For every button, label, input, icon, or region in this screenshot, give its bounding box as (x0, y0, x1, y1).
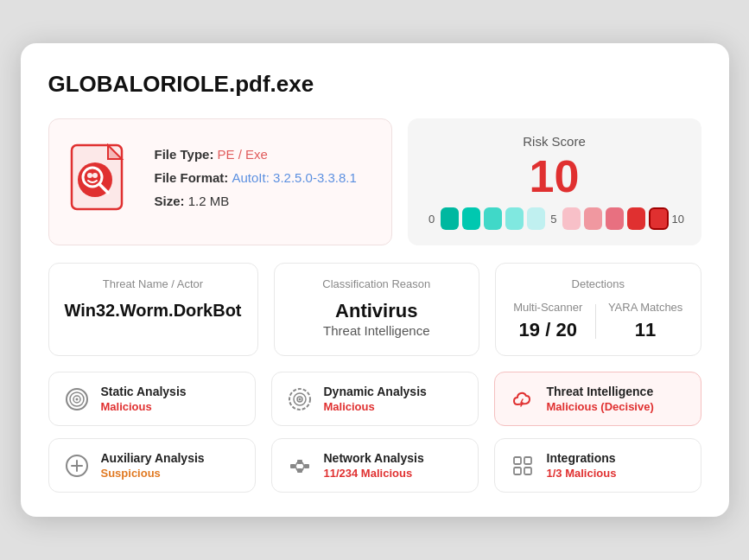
risk-bar-end: 10 (672, 213, 682, 226)
risk-seg-6 (562, 207, 581, 230)
svg-rect-26 (524, 457, 531, 464)
detections-content: Multi-Scanner 19 / 20 YARA Matches 11 (511, 301, 684, 341)
multi-scanner-value: 19 / 20 (513, 319, 582, 341)
risk-seg-2 (462, 207, 480, 230)
file-icon (68, 143, 137, 221)
analysis-row-1: Static Analysis Malicious Dynamic Analys… (48, 372, 701, 426)
target-icon (63, 385, 91, 413)
detections-box: Detections Multi-Scanner 19 / 20 YARA Ma… (495, 263, 701, 356)
file-format-row: File Format: AutoIt: 3.2.5.0-3.3.8.1 (155, 170, 372, 185)
dynamic-analysis-title: Dynamic Analysis (324, 385, 427, 398)
file-size-row: Size: 1.2 MB (155, 194, 372, 208)
svg-rect-25 (514, 457, 521, 464)
risk-seg-9 (627, 207, 645, 230)
classification-content: Antivirus Threat Intelligence (290, 301, 463, 338)
threat-name-box: Threat Name / Actor Win32.Worm.DorkBot (48, 263, 258, 356)
yara-label: YARA Matches (608, 301, 682, 314)
static-analysis-title: Static Analysis (101, 385, 187, 398)
static-analysis-content: Static Analysis Malicious (101, 385, 187, 413)
integrations-content: Integrations 1/3 Malicious (547, 451, 617, 480)
threat-intel-status: Malicious (Decisive) (547, 400, 654, 413)
svg-rect-28 (524, 468, 531, 474)
threat-intel-title: Threat Intelligence (547, 385, 654, 398)
page-title: GLOBALORIOLE.pdf.exe (48, 71, 701, 98)
file-details: File Type: PE / Exe File Format: AutoIt:… (155, 147, 372, 217)
threat-intel-content: Threat Intelligence Malicious (Decisive) (547, 385, 654, 413)
auxiliary-analysis-status: Suspicious (101, 467, 205, 480)
dynamic-analysis-content: Dynamic Analysis Malicious (324, 385, 427, 413)
integrations-card[interactable]: Integrations 1/3 Malicious (494, 438, 701, 493)
file-info-card: File Type: PE / Exe File Format: AutoIt:… (48, 118, 392, 245)
cloud-icon (509, 385, 536, 413)
svg-line-21 (295, 462, 297, 467)
file-type-value[interactable]: PE / Exe (218, 147, 268, 162)
classification-box: Classification Reason Antivirus Threat I… (274, 263, 479, 356)
analysis-row-2: Auxiliary Analysis Suspicious (48, 438, 701, 493)
dynamic-analysis-status: Malicious (324, 400, 427, 413)
risk-seg-7 (584, 207, 602, 230)
multi-scanner-label: Multi-Scanner (513, 301, 582, 314)
yara-value: 11 (608, 319, 682, 341)
top-section: File Type: PE / Exe File Format: AutoIt:… (48, 118, 701, 245)
risk-seg-5 (527, 207, 545, 230)
risk-bar-start: 0 (427, 213, 437, 226)
file-format-value[interactable]: AutoIt: 3.2.5.0-3.3.8.1 (232, 170, 357, 185)
svg-rect-20 (304, 464, 309, 468)
yara-item: YARA Matches 11 (608, 301, 682, 341)
detections-divider (595, 304, 596, 339)
multi-scanner-item: Multi-Scanner 19 / 20 (513, 301, 582, 341)
network-icon (286, 452, 314, 480)
svg-point-9 (75, 398, 78, 400)
svg-rect-27 (514, 468, 521, 474)
risk-seg-1 (441, 207, 459, 230)
static-analysis-card[interactable]: Static Analysis Malicious (48, 372, 256, 426)
file-size-value: 1.2 MB (188, 194, 230, 208)
plus-circle-icon (63, 452, 91, 480)
threat-name-value: Win32.Worm.DorkBot (65, 301, 242, 321)
dynamic-analysis-card[interactable]: Dynamic Analysis Malicious (271, 372, 479, 426)
risk-seg-4 (505, 207, 524, 230)
svg-point-13 (298, 398, 301, 400)
svg-rect-19 (297, 468, 302, 473)
risk-seg-3 (484, 207, 502, 230)
risk-bar-mid: 5 (549, 213, 559, 226)
classification-sub: Threat Intelligence (290, 323, 463, 338)
static-analysis-status: Malicious (101, 400, 187, 413)
risk-label: Risk Score (523, 134, 586, 149)
threat-intel-card[interactable]: Threat Intelligence Malicious (Decisive) (494, 372, 701, 426)
risk-bar: 0 5 10 (427, 207, 682, 230)
svg-point-4 (87, 173, 92, 178)
network-analysis-status: 11/234 Malicious (324, 467, 424, 480)
file-type-row: File Type: PE / Exe (155, 147, 372, 162)
svg-point-5 (92, 173, 98, 178)
network-analysis-card[interactable]: Network Analysis 11/234 Malicious (271, 438, 479, 493)
risk-score-value: 10 (530, 154, 580, 199)
risk-seg-10 (649, 207, 668, 230)
threat-box-title: Threat Name / Actor (65, 277, 242, 290)
mid-section: Threat Name / Actor Win32.Worm.DorkBot C… (48, 263, 701, 356)
svg-rect-18 (297, 460, 302, 464)
classification-main: Antivirus (290, 301, 463, 321)
classification-box-title: Classification Reason (290, 277, 463, 290)
main-card: GLOBALORIOLE.pdf.exe (21, 43, 729, 517)
auxiliary-analysis-card[interactable]: Auxiliary Analysis Suspicious (48, 438, 256, 493)
integrations-title: Integrations (547, 451, 617, 465)
auxiliary-analysis-title: Auxiliary Analysis (101, 451, 205, 465)
auxiliary-analysis-content: Auxiliary Analysis Suspicious (101, 451, 205, 480)
svg-line-24 (302, 466, 304, 470)
svg-line-23 (302, 462, 304, 467)
network-analysis-content: Network Analysis 11/234 Malicious (324, 451, 424, 480)
svg-rect-17 (290, 464, 295, 468)
detections-box-title: Detections (511, 277, 684, 290)
grid-icon (509, 452, 536, 480)
dynamic-target-icon (286, 385, 314, 413)
integrations-status: 1/3 Malicious (547, 467, 617, 480)
risk-score-card: Risk Score 10 0 5 10 (408, 118, 701, 245)
network-analysis-title: Network Analysis (324, 451, 424, 465)
risk-seg-8 (606, 207, 624, 230)
analysis-section: Static Analysis Malicious Dynamic Analys… (48, 372, 701, 493)
svg-line-22 (295, 466, 297, 470)
